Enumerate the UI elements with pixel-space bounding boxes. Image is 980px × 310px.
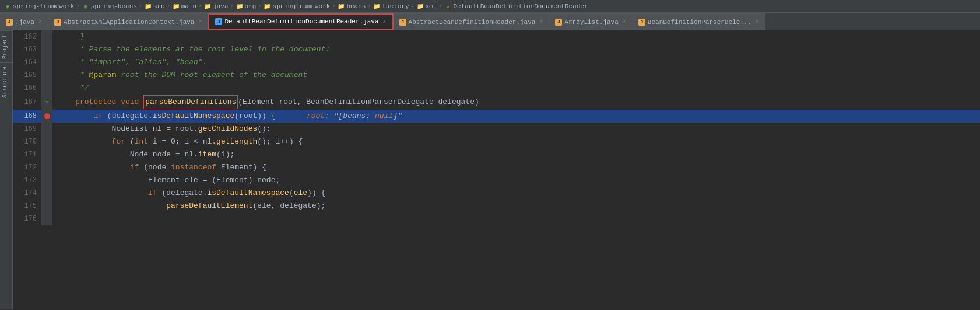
code-content: if (node instanceof Element) { xyxy=(52,161,980,174)
java-tab-icon: J xyxy=(555,19,562,26)
keyword: if xyxy=(57,162,143,173)
line-number: 171 xyxy=(13,148,42,161)
gutter xyxy=(42,110,52,123)
method-call: isDefaultNamespace xyxy=(207,187,289,199)
code-plain: Element) { xyxy=(221,162,266,173)
code-line-166: 166 */ xyxy=(13,82,980,95)
code-comment: * Parse the elements at the root level i… xyxy=(57,44,330,55)
line-number: 169 xyxy=(13,123,42,135)
breadcrumb-org[interactable]: 📁 org xyxy=(236,2,257,11)
line-number: 172 xyxy=(13,161,42,174)
code-plain: i = 0; i < nl. xyxy=(153,136,216,148)
gutter xyxy=(42,30,52,43)
fold-arrow[interactable]: ▽ xyxy=(45,99,48,106)
folder-icon: 📁 xyxy=(236,2,244,11)
tab-abstract-xml[interactable]: J AbstractXmlApplicationContext.java × xyxy=(48,13,208,30)
code-content: protected void parseBeanDefinitions(Elem… xyxy=(52,95,980,110)
tab-abstract-bean-def[interactable]: J AbstractBeanDefinitionReader.java × xyxy=(394,13,550,30)
tab-close[interactable]: × xyxy=(756,19,759,25)
code-plain: (Element root, BeanDefinitionParserDeleg… xyxy=(238,96,479,108)
breadcrumb-sep: › xyxy=(198,3,202,9)
code-line-165: 165 * @param root the DOM root element o… xyxy=(13,69,980,82)
method-call: parseDefaultElement xyxy=(166,200,252,212)
code-content: Element ele = (Element) node; xyxy=(52,174,980,187)
breadcrumb-main[interactable]: 📁 main xyxy=(172,2,196,11)
breadcrumb-label: xml xyxy=(426,3,437,10)
code-line-169: 169 NodeList nl = root.getChildNodes(); xyxy=(13,123,980,135)
breadcrumb-label: spring-framework xyxy=(13,3,75,10)
breadcrumb-label: beans xyxy=(346,3,366,10)
java-tab-icon: J xyxy=(399,19,406,26)
code-comment: root the DOM root element of the documen… xyxy=(116,69,307,81)
breadcrumb-springframework[interactable]: 📁 springframework xyxy=(263,2,330,11)
code-content: * Parse the elements at the root level i… xyxy=(52,43,980,56)
left-panel: Project Structure xyxy=(0,30,13,309)
tab-close[interactable]: × xyxy=(198,19,202,25)
breadcrumb-sep: › xyxy=(332,3,335,9)
method-call: getChildNodes xyxy=(198,123,257,135)
code-plain: Element ele = (Element) node; xyxy=(57,175,280,186)
tab-close[interactable]: × xyxy=(383,19,387,25)
code-plain: ( xyxy=(130,136,135,148)
breadcrumb-label: DefaultBeanDefinitionDocumentReader xyxy=(454,3,588,10)
breadcrumb-xml[interactable]: 📁 xml xyxy=(416,2,437,11)
code-content xyxy=(52,213,980,225)
code-plain: (i); xyxy=(216,149,234,161)
gutter xyxy=(42,123,52,135)
structure-panel-label[interactable]: Structure xyxy=(0,62,12,102)
tab-close[interactable]: × xyxy=(539,19,543,25)
tab-label: BeanDefinitionParserDele... xyxy=(648,19,751,26)
breadcrumb-spring-framework[interactable]: ◉ spring-framework xyxy=(3,2,75,11)
code-comment: */ xyxy=(57,82,89,94)
breakpoint-indicator xyxy=(44,113,50,119)
breadcrumb-java[interactable]: 📁 java xyxy=(203,2,228,11)
breadcrumb-spring-beans[interactable]: ◉ spring-beans xyxy=(82,2,137,11)
line-number: 175 xyxy=(13,200,42,213)
folder-icon: 📁 xyxy=(337,2,345,11)
tab-label: AbstractBeanDefinitionReader.java xyxy=(409,19,536,26)
keyword: for xyxy=(57,136,130,148)
breadcrumb-bar: ◉ spring-framework › ◉ spring-beans › 📁 … xyxy=(0,0,980,13)
tab-close[interactable]: × xyxy=(623,19,626,25)
code-editor[interactable]: 162 } 163 * Parse the elements at the ro… xyxy=(13,30,980,309)
tab-close[interactable]: × xyxy=(38,19,42,25)
project-panel-label[interactable]: Project xyxy=(0,30,12,62)
tab-java[interactable]: J .java × xyxy=(0,13,48,30)
keyword: void xyxy=(121,96,143,108)
breadcrumb-sep: › xyxy=(439,3,442,9)
breadcrumb-label: src xyxy=(153,3,165,10)
code-line-174: 174 if (delegate.isDefaultNamespace(ele)… xyxy=(13,187,980,200)
code-plain xyxy=(57,110,93,122)
code-plain: (); i++) { xyxy=(257,136,303,148)
breadcrumb-label: main xyxy=(181,3,196,10)
tab-arraylist[interactable]: J ArrayList.java × xyxy=(549,13,632,30)
breadcrumb-class[interactable]: ☕ DefaultBeanDefinitionDocumentReader xyxy=(444,2,588,11)
code-line-168: 168 if (delegate.isDefaultNamespace(root… xyxy=(13,110,980,123)
code-annotation: @param xyxy=(89,69,117,81)
line-number: 164 xyxy=(13,56,42,69)
line-number: 170 xyxy=(13,135,42,148)
gutter xyxy=(42,82,52,95)
breadcrumb-label: java xyxy=(213,3,228,10)
spring-icon: ◉ xyxy=(82,2,90,11)
breadcrumb-src[interactable]: 📁 src xyxy=(144,2,165,11)
code-comment: * xyxy=(57,69,89,81)
folder-icon: 📁 xyxy=(203,2,212,11)
keyword: int xyxy=(135,136,153,148)
java-tab-icon: J xyxy=(54,19,61,26)
tab-default-bean-def[interactable]: J DefaultBeanDefinitionDocumentReader.ja… xyxy=(208,13,393,30)
keyword: instanceof xyxy=(171,162,221,173)
breadcrumb-factory[interactable]: 📁 factory xyxy=(373,2,409,11)
gutter xyxy=(42,43,52,56)
breadcrumb-sep: › xyxy=(76,3,80,9)
breadcrumb-sep: › xyxy=(139,3,142,9)
tab-bean-def-parser[interactable]: J BeanDefinitionParserDele... × xyxy=(633,13,765,30)
breadcrumb-beans[interactable]: 📁 beans xyxy=(337,2,366,11)
tab-label: DefaultBeanDefinitionDocumentReader.java xyxy=(224,18,378,25)
debug-overlay: root: "[beans: null]" xyxy=(293,110,402,122)
keyword: if xyxy=(57,187,161,199)
breadcrumb-label: springframework xyxy=(272,3,330,10)
code-content: parseDefaultElement(ele, delegate); xyxy=(52,200,980,213)
folder-icon: 📁 xyxy=(172,2,180,11)
code-content: if (delegate.isDefaultNamespace(root)) {… xyxy=(52,110,980,123)
